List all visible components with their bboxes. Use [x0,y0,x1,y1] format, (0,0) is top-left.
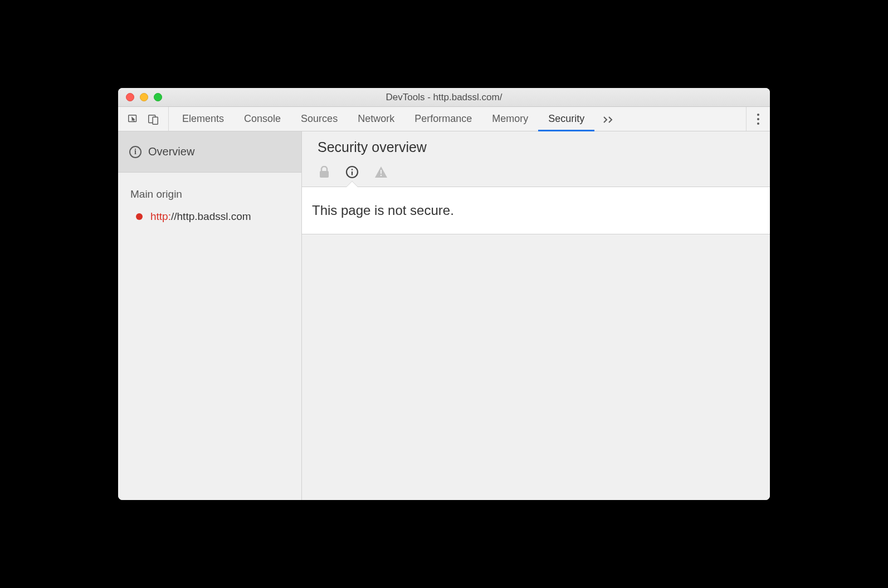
device-toolbar-icon[interactable] [147,113,159,125]
tab-performance[interactable]: Performance [404,107,482,131]
svg-point-3 [757,114,759,116]
warning-icon [374,166,388,178]
sidebar-main-origin-section: Main origin http://http.badssl.com [118,173,301,223]
security-state-icons [318,165,754,187]
main-origin-heading: Main origin [130,188,289,200]
main-header: Security overview [302,131,770,187]
security-overview-title: Security overview [318,139,754,155]
security-sidebar: i Overview Main origin http://http.badss… [118,131,302,500]
svg-point-11 [380,175,382,177]
devtools-window: DevTools - http.badssl.com/ Elements Con… [118,88,770,500]
info-state-icon [345,165,359,179]
origin-host: //http.badssl.com [171,210,251,222]
more-options-button[interactable] [746,107,770,131]
info-icon: i [129,146,142,158]
svg-rect-2 [153,117,158,124]
inspect-element-icon[interactable] [127,113,139,125]
window-title: DevTools - http.badssl.com/ [118,92,770,103]
tab-network[interactable]: Network [348,107,404,131]
svg-rect-6 [320,171,329,178]
lock-icon [319,166,330,178]
security-main-panel: Security overview [302,131,770,500]
kebab-menu-icon [757,113,760,125]
tab-memory[interactable]: Memory [482,107,538,131]
sidebar-overview-item[interactable]: i Overview [118,131,301,173]
devtools-toolbar: Elements Console Sources Network Perform… [118,107,770,131]
origin-status-dot-icon [136,213,143,220]
tab-sources[interactable]: Sources [291,107,348,131]
origin-url: http://http.badssl.com [150,210,251,223]
security-message: This page is not secure. [312,203,760,218]
tab-overflow-button[interactable] [594,107,622,131]
origin-item[interactable]: http://http.badssl.com [130,210,289,223]
svg-rect-10 [380,170,382,174]
titlebar[interactable]: DevTools - http.badssl.com/ [118,88,770,107]
svg-point-8 [352,169,353,170]
content-area: i Overview Main origin http://http.badss… [118,131,770,500]
tab-elements[interactable]: Elements [172,107,234,131]
security-message-card: This page is not secure. [302,187,770,234]
sidebar-overview-label: Overview [148,145,194,158]
toolbar-left-group [118,107,169,131]
origin-scheme: http: [150,210,171,222]
panel-tabs: Elements Console Sources Network Perform… [169,107,746,131]
tab-console[interactable]: Console [234,107,291,131]
svg-point-5 [757,122,759,125]
svg-point-4 [757,118,759,120]
tab-security[interactable]: Security [538,107,594,131]
